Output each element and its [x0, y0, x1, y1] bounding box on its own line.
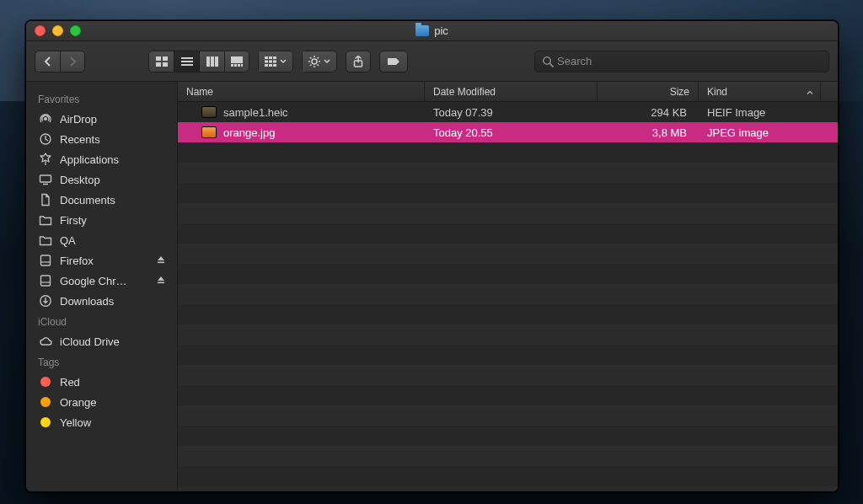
share-icon: [353, 56, 363, 67]
svg-rect-44: [41, 276, 51, 286]
sidebar-item-red[interactable]: Red: [26, 372, 177, 392]
file-kind: JPEG image: [699, 126, 821, 139]
column-header-size[interactable]: Size: [598, 82, 699, 101]
sidebar-item-firsty[interactable]: Firsty: [26, 210, 177, 230]
column-header-kind-label: Kind: [707, 86, 727, 98]
eject-icon[interactable]: [157, 255, 165, 265]
column-header-name[interactable]: Name: [178, 82, 425, 101]
file-date: Today 07.39: [425, 106, 598, 119]
action-menu-button[interactable]: [302, 51, 337, 72]
eject-icon[interactable]: [157, 276, 165, 286]
search-field[interactable]: [534, 51, 829, 72]
sidebar-heading: Tags: [26, 351, 177, 372]
sidebar-item-orange[interactable]: Orange: [26, 392, 177, 412]
svg-rect-7: [206, 56, 210, 67]
sidebar-item-yellow[interactable]: Yellow: [26, 412, 177, 432]
airdrop-icon: [38, 112, 53, 126]
file-size: 3,8 MB: [598, 126, 699, 139]
tags-button[interactable]: [379, 51, 408, 72]
sidebar-item-icloud-drive[interactable]: iCloud Drive: [26, 331, 177, 351]
window-controls: [35, 25, 81, 36]
sidebar-item-google-chr[interactable]: Google Chr…: [26, 271, 177, 291]
svg-line-29: [310, 57, 312, 59]
sidebar[interactable]: FavoritesAirDropRecentsApplicationsDeskt…: [26, 82, 178, 491]
file-list[interactable]: sample1.heicToday 07.39294 KBHEIF Imageo…: [178, 102, 838, 491]
svg-rect-18: [265, 60, 268, 62]
svg-rect-9: [215, 56, 218, 67]
folder-icon: [38, 213, 53, 227]
window-title-text: pic: [434, 24, 448, 37]
share-button[interactable]: [346, 51, 371, 72]
disk-icon: [38, 254, 53, 267]
svg-rect-5: [181, 61, 193, 62]
sidebar-item-applications[interactable]: Applications: [26, 149, 177, 169]
svg-rect-8: [211, 56, 214, 67]
table-row[interactable]: sample1.heicToday 07.39294 KBHEIF Image: [178, 102, 838, 122]
icloud-icon: [38, 335, 53, 348]
sidebar-item-label: AirDrop: [60, 113, 97, 126]
folder-icon: [415, 25, 429, 36]
sidebar-item-label: Firefox: [60, 255, 94, 267]
search-input[interactable]: [557, 55, 822, 67]
arrange-group: [258, 51, 293, 72]
minimize-window-button[interactable]: [52, 25, 63, 36]
apps-icon: [38, 153, 53, 166]
sidebar-item-label: Downloads: [60, 295, 114, 308]
view-columns-button[interactable]: [199, 51, 224, 72]
gear-icon: [308, 56, 320, 67]
svg-point-36: [44, 117, 47, 121]
svg-rect-14: [241, 64, 243, 67]
sidebar-item-documents[interactable]: Documents: [26, 190, 177, 210]
svg-rect-22: [269, 64, 272, 67]
svg-line-31: [310, 64, 312, 66]
column-header-kind[interactable]: Kind: [699, 82, 821, 101]
sidebar-item-label: Applications: [60, 153, 119, 166]
svg-rect-23: [273, 64, 276, 67]
svg-rect-12: [234, 64, 237, 67]
sidebar-item-downloads[interactable]: Downloads: [26, 291, 177, 311]
file-kind: HEIF Image: [699, 106, 821, 119]
svg-rect-21: [265, 64, 268, 67]
sidebar-item-recents[interactable]: Recents: [26, 129, 177, 149]
svg-rect-46: [158, 282, 164, 284]
svg-rect-43: [158, 262, 164, 264]
list-icon: [181, 56, 193, 67]
sidebar-item-label: Recents: [60, 133, 100, 146]
sidebar-item-firefox[interactable]: Firefox: [26, 250, 177, 271]
file-date: Today 20.55: [425, 126, 598, 139]
file-thumbnail-icon: [201, 106, 217, 118]
table-row[interactable]: orange.jpgToday 20.553,8 MBJPEG image: [178, 122, 838, 142]
nav-back-button[interactable]: [35, 51, 60, 72]
svg-rect-39: [40, 175, 51, 182]
zoom-window-button[interactable]: [70, 25, 81, 36]
sidebar-item-label: Desktop: [60, 174, 100, 186]
titlebar[interactable]: pic: [26, 21, 838, 41]
row-stripes: [178, 102, 838, 491]
tag-dot-icon: [38, 395, 53, 409]
close-window-button[interactable]: [35, 25, 46, 36]
sidebar-item-desktop[interactable]: Desktop: [26, 169, 177, 190]
svg-rect-17: [273, 56, 276, 59]
view-list-button[interactable]: [174, 51, 199, 72]
sidebar-item-airdrop[interactable]: AirDrop: [26, 109, 177, 129]
desktop-icon: [38, 173, 53, 186]
svg-rect-11: [231, 64, 233, 67]
file-size: 294 KB: [598, 106, 699, 119]
sidebar-item-qa[interactable]: QA: [26, 230, 177, 250]
view-gallery-button[interactable]: [224, 51, 249, 72]
view-icons-button[interactable]: [148, 51, 174, 72]
disk-icon: [38, 274, 53, 287]
nav-forward-button[interactable]: [60, 51, 85, 72]
window-title: pic: [415, 24, 448, 37]
svg-point-24: [312, 59, 317, 64]
gallery-icon: [231, 56, 243, 67]
sidebar-heading: iCloud: [26, 311, 177, 331]
sidebar-item-label: QA: [60, 234, 76, 247]
search-icon: [542, 56, 554, 67]
svg-rect-15: [265, 56, 268, 59]
column-gutter: [821, 82, 838, 101]
sidebar-item-label: Orange: [60, 396, 96, 409]
column-header-date[interactable]: Date Modified: [425, 82, 598, 101]
arrange-button[interactable]: [258, 51, 293, 72]
sort-indicator-icon: [807, 87, 813, 96]
